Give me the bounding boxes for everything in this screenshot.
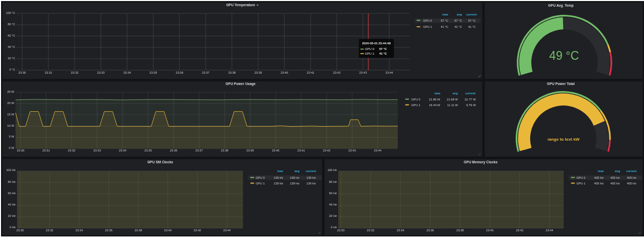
svg-text:405 Hz: 405 Hz xyxy=(594,181,603,184)
svg-text:57 °C: 57 °C xyxy=(379,47,387,50)
svg-text:GPU 1: GPU 1 xyxy=(256,181,264,184)
svg-text:avg: avg xyxy=(453,91,458,94)
svg-text:41 °C: 41 °C xyxy=(454,25,462,28)
svg-text:40 Hz: 40 Hz xyxy=(8,203,15,206)
svg-text:100 °C: 100 °C xyxy=(6,11,15,14)
svg-text:23:41: 23:41 xyxy=(307,71,315,74)
svg-text:23:39: 23:39 xyxy=(255,71,262,74)
svg-text:9.79 W: 9.79 W xyxy=(466,103,476,106)
svg-text:23:31: 23:31 xyxy=(45,71,53,74)
svg-text:2020-05-01 23:44:48: 2020-05-01 23:44:48 xyxy=(362,42,391,45)
svg-text:5 W: 5 W xyxy=(9,135,14,138)
svg-text:23:32: 23:32 xyxy=(46,228,54,231)
svg-text:23:43: 23:43 xyxy=(359,71,367,74)
svg-text:16.44 W: 16.44 W xyxy=(429,103,440,106)
svg-text:57 °C: 57 °C xyxy=(454,19,462,22)
svg-text:GPU 1: GPU 1 xyxy=(411,103,420,106)
svg-text:139 Hz: 139 Hz xyxy=(290,176,299,179)
svg-text:49 °C: 49 °C xyxy=(549,49,579,62)
svg-text:23:40: 23:40 xyxy=(272,148,280,151)
svg-text:23:30: 23:30 xyxy=(17,148,25,151)
svg-text:405 Hz: 405 Hz xyxy=(627,181,636,184)
svg-text:max: max xyxy=(442,13,448,16)
svg-text:range to text kW: range to text kW xyxy=(547,137,580,142)
svg-text:23:36: 23:36 xyxy=(170,148,178,151)
svg-text:80 Hz: 80 Hz xyxy=(8,180,15,183)
svg-text:23:40: 23:40 xyxy=(164,228,172,231)
svg-text:60 Hz: 60 Hz xyxy=(8,191,15,194)
svg-text:GPU Power Usage: GPU Power Usage xyxy=(226,82,256,86)
svg-text:41 °C: 41 °C xyxy=(379,52,387,55)
svg-text:23:32: 23:32 xyxy=(367,228,375,231)
svg-text:23:35: 23:35 xyxy=(149,71,157,74)
svg-text:23:35: 23:35 xyxy=(144,148,152,151)
svg-text:23:41: 23:41 xyxy=(297,148,305,151)
svg-text:20 Hz: 20 Hz xyxy=(329,214,337,217)
svg-text:23:34: 23:34 xyxy=(397,228,404,231)
svg-text:80 Hz: 80 Hz xyxy=(329,180,337,183)
svg-text:23:38: 23:38 xyxy=(456,228,464,231)
svg-text:405 Hz: 405 Hz xyxy=(611,176,620,179)
svg-text:23:36: 23:36 xyxy=(105,228,113,231)
svg-text:23:44: 23:44 xyxy=(546,228,553,231)
svg-text:0 W: 0 W xyxy=(9,146,14,149)
svg-text:21.68 W: 21.68 W xyxy=(447,98,458,101)
svg-text:23:38: 23:38 xyxy=(228,71,236,74)
svg-text:23:40: 23:40 xyxy=(281,71,289,74)
svg-text:80 °C: 80 °C xyxy=(8,23,15,26)
svg-text:23:34: 23:34 xyxy=(119,148,127,151)
svg-text:23:31: 23:31 xyxy=(42,148,50,151)
svg-text:23:42: 23:42 xyxy=(194,228,201,231)
svg-text:405 Hz: 405 Hz xyxy=(594,176,603,179)
svg-text:15 W: 15 W xyxy=(7,112,14,115)
svg-text:GPU 0: GPU 0 xyxy=(577,176,585,179)
svg-text:23:33: 23:33 xyxy=(97,71,105,74)
svg-text:avg: avg xyxy=(457,13,462,16)
svg-text:0 Hz: 0 Hz xyxy=(10,226,16,229)
svg-text:23:44: 23:44 xyxy=(374,148,382,151)
svg-text:GPU Temperature: GPU Temperature xyxy=(226,3,256,7)
svg-text:max: max xyxy=(434,91,440,94)
svg-text:GPU 0: GPU 0 xyxy=(423,19,432,22)
svg-text:57 °C: 57 °C xyxy=(440,19,448,22)
svg-text:23:36: 23:36 xyxy=(176,71,183,74)
svg-text:23:32: 23:32 xyxy=(68,148,76,151)
svg-text:GPU Memory Clocks: GPU Memory Clocks xyxy=(464,160,498,164)
svg-text:0 °C: 0 °C xyxy=(9,68,15,71)
svg-text:23:38: 23:38 xyxy=(134,228,142,231)
svg-text:139 Hz: 139 Hz xyxy=(274,181,283,184)
svg-text:20 °C: 20 °C xyxy=(8,57,15,60)
svg-text:23:42: 23:42 xyxy=(333,71,341,74)
svg-text:GPU 0: GPU 0 xyxy=(256,176,264,179)
svg-text:20 W: 20 W xyxy=(7,101,14,104)
svg-text:405 Hz: 405 Hz xyxy=(611,181,620,184)
svg-text:23:40: 23:40 xyxy=(486,228,494,231)
svg-text:23:37: 23:37 xyxy=(202,71,210,74)
svg-text:10 W: 10 W xyxy=(7,124,14,127)
svg-text:139 Hz: 139 Hz xyxy=(290,181,299,184)
svg-text:40 Hz: 40 Hz xyxy=(329,203,337,206)
svg-text:100 Hz: 100 Hz xyxy=(6,168,15,172)
svg-text:current: current xyxy=(465,91,476,94)
svg-text:23:39: 23:39 xyxy=(246,148,254,151)
svg-text:GPU 0: GPU 0 xyxy=(411,98,420,101)
svg-text:405 Hz: 405 Hz xyxy=(627,176,636,179)
svg-text:GPU Power Total: GPU Power Total xyxy=(547,82,574,86)
svg-text:23:44: 23:44 xyxy=(223,228,231,231)
svg-text:40 °C: 40 °C xyxy=(8,45,15,48)
svg-text:GPU 1: GPU 1 xyxy=(423,25,432,28)
svg-text:current: current xyxy=(306,169,316,172)
svg-text:60 Hz: 60 Hz xyxy=(329,191,337,194)
svg-text:23:30: 23:30 xyxy=(337,228,345,231)
svg-text:23:42: 23:42 xyxy=(323,148,331,151)
svg-text:23:33: 23:33 xyxy=(93,148,101,151)
svg-text:21.86 W: 21.86 W xyxy=(429,98,440,101)
svg-text:0 Hz: 0 Hz xyxy=(331,226,337,229)
svg-text:23:42: 23:42 xyxy=(516,228,523,231)
svg-text:41 °C: 41 °C xyxy=(440,25,448,28)
svg-text:GPU SM Clocks: GPU SM Clocks xyxy=(147,160,173,164)
svg-text:GPU Avg. Temp: GPU Avg. Temp xyxy=(548,4,573,8)
svg-text:139 Hz: 139 Hz xyxy=(307,181,316,184)
svg-text:current: current xyxy=(466,13,477,16)
svg-text:23:30: 23:30 xyxy=(16,228,24,231)
